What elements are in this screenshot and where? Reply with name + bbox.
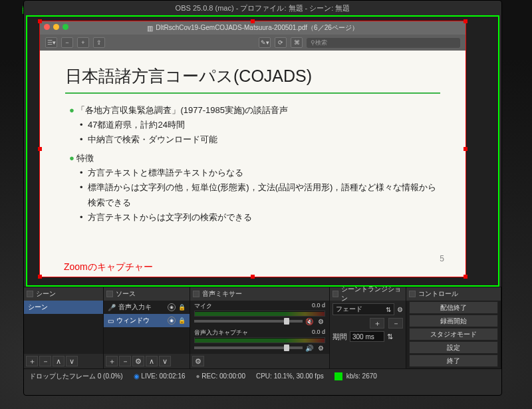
pdf-search-input[interactable]: ⚲ 検索 (307, 38, 460, 48)
add-source-button[interactable]: ＋ (106, 356, 118, 366)
vu-meter (194, 337, 325, 343)
transitions-panel: シーントランジション フェード⇅ ⚙ ＋ － 期間 ⇅ (330, 287, 406, 368)
audio-input-icon: 🎤 (108, 304, 116, 311)
obs-window: OBS 25.0.8 (mac) - プロファイル: 無題 - シーン: 無題 … (23, 0, 502, 396)
scene-down-button[interactable]: ∨ (66, 356, 78, 366)
grip-icon[interactable] (27, 291, 33, 297)
minimize-icon[interactable] (53, 24, 59, 30)
scene-up-button[interactable]: ∧ (53, 356, 65, 366)
live-time: LIVE: 00:02:16 (141, 372, 185, 380)
sidebar-toggle-icon[interactable]: ☰▾ (45, 37, 57, 48)
grip-icon[interactable] (409, 291, 416, 297)
speaker-icon[interactable]: 🔊 (305, 343, 314, 352)
source-window-capture[interactable]: ▥ DltRschCov19-GemCOJADS-Matsuura-200501… (39, 21, 466, 277)
mixer-settings-button[interactable]: ⚙ (192, 356, 204, 366)
visibility-icon[interactable]: ◉ (168, 303, 176, 311)
mixer-title: 音声ミキサー (202, 289, 242, 299)
volume-slider[interactable] (194, 320, 303, 323)
document-icon: ▥ (147, 25, 153, 32)
pdf-titlebar: ▥ DltRschCov19-GemCOJADS-Matsuura-200501… (40, 21, 466, 35)
sources-title: ソース (116, 289, 136, 299)
grip-icon[interactable] (106, 291, 113, 297)
lock-icon[interactable]: 🔒 (178, 317, 186, 324)
dropped-frames: ドロップしたフレーム 0 (0.0%) (29, 372, 123, 381)
status-bar: ドロップしたフレーム 0 (0.0%) ◉ LIVE: 00:02:16 ● R… (24, 368, 501, 383)
slide-page-number: 5 (440, 254, 444, 263)
source-item[interactable]: ▭ ウィンドウ ◉ 🔒 (104, 314, 190, 327)
source-settings-button[interactable]: ⚙ (132, 356, 144, 366)
settings-button[interactable]: 設定 (409, 341, 498, 354)
scenes-title: シーン (36, 289, 56, 299)
window-title: OBS 25.0.8 (mac) - プロファイル: 無題 - シーン: 無題 (176, 3, 350, 13)
pdf-toolbar: ☰▾ − + ⇪ ✎▾ ⟳ ⌘ ⚲ 検索 (40, 35, 466, 51)
window-capture-icon: ▭ (108, 317, 114, 325)
zoom-capture-label: Zoomのキャプチャー (64, 261, 153, 273)
rec-indicator-icon: ● (196, 372, 200, 380)
vu-meter (194, 311, 325, 317)
grip-icon[interactable] (193, 291, 200, 297)
zoom-icon[interactable] (63, 24, 68, 30)
mixer-channel: 音声入力キャプチャ0.0 d 🔊⚙ (190, 327, 329, 354)
markup-icon[interactable]: ⌘ (291, 37, 303, 48)
live-indicator-icon: ◉ (134, 372, 140, 380)
zoom-in-icon[interactable]: + (77, 37, 89, 48)
stream-health-icon (334, 372, 342, 380)
chevron-updown-icon: ⇅ (386, 306, 391, 313)
highlight-icon[interactable]: ✎▾ (259, 37, 271, 48)
traffic-lights[interactable] (44, 24, 68, 30)
visibility-icon[interactable]: ◉ (168, 317, 176, 325)
zoom-out-icon[interactable]: − (61, 37, 73, 48)
stepper-icon[interactable]: ⇅ (387, 333, 393, 341)
duration-label: 期間 (332, 332, 347, 342)
source-down-button[interactable]: ∨ (159, 356, 171, 366)
source-up-button[interactable]: ∧ (146, 356, 158, 366)
lock-icon[interactable]: 🔒 (178, 304, 186, 311)
audio-mixer-panel: 音声ミキサー マイク0.0 d 🔇⚙ 音声入力キャプチャ0.0 d 🔊⚙ ⚙ (190, 287, 330, 368)
scenes-panel: シーン シーン ＋ － ∧ ∨ (24, 287, 104, 368)
mixer-channel: マイク0.0 d 🔇⚙ (190, 301, 329, 327)
source-item[interactable]: 🎤 音声入力キ ◉ 🔒 (104, 301, 190, 314)
volume-slider[interactable] (194, 346, 303, 349)
remove-transition-button[interactable]: － (388, 318, 403, 329)
rec-time: REC: 00:00:00 (201, 372, 245, 380)
grip-icon[interactable] (332, 291, 338, 297)
sources-panel: ソース 🎤 音声入力キ ◉ 🔒 ▭ ウィンドウ ◉ 🔒 ＋ － ⚙ (104, 287, 190, 368)
transition-select[interactable]: フェード⇅ (332, 303, 394, 315)
controls-panel: コントロール 配信終了 録画開始 スタジオモード 設定 終了 (406, 287, 501, 368)
channel-settings-icon[interactable]: ⚙ (316, 317, 325, 326)
channel-settings-icon[interactable]: ⚙ (316, 343, 325, 352)
remove-source-button[interactable]: － (119, 356, 131, 366)
window-titlebar[interactable]: OBS 25.0.8 (mac) - プロファイル: 無題 - シーン: 無題 (24, 1, 501, 15)
slide-body: 「各地方言収集緊急調査」(1977-1985実施)の談話音声 47都道府県，計約… (65, 103, 440, 225)
start-recording-button[interactable]: 録画開始 (409, 315, 498, 327)
rotate-icon[interactable]: ⟳ (275, 37, 287, 48)
slide-content: 日本語諸方言コーパス(COJADS) 「各地方言収集緊急調査」(1977-198… (40, 51, 466, 239)
slide-title: 日本語諸方言コーパス(COJADS) (65, 65, 440, 94)
add-transition-button[interactable]: ＋ (370, 318, 384, 329)
add-scene-button[interactable]: ＋ (26, 356, 38, 366)
preview-area[interactable]: ▥ DltRschCov19-GemCOJADS-Matsuura-200501… (26, 15, 499, 287)
pdf-file-label: DltRschCov19-GemCOJADS-Matsuura-200501.p… (156, 23, 358, 33)
share-icon[interactable]: ⇪ (93, 37, 105, 48)
studio-mode-button[interactable]: スタジオモード (409, 328, 498, 341)
scene-item[interactable]: シーン (24, 301, 103, 314)
mute-icon[interactable]: 🔇 (305, 317, 314, 326)
cpu-fps: CPU: 10.1%, 30.00 fps (256, 372, 324, 380)
transition-settings-icon[interactable]: ⚙ (397, 306, 403, 313)
controls-title: コントロール (418, 289, 458, 299)
bitrate: kb/s: 2670 (346, 372, 377, 380)
duration-input[interactable] (350, 331, 384, 342)
close-icon[interactable] (44, 24, 50, 30)
stop-streaming-button[interactable]: 配信終了 (409, 301, 498, 314)
remove-scene-button[interactable]: － (39, 356, 51, 366)
exit-button[interactable]: 終了 (409, 354, 498, 367)
